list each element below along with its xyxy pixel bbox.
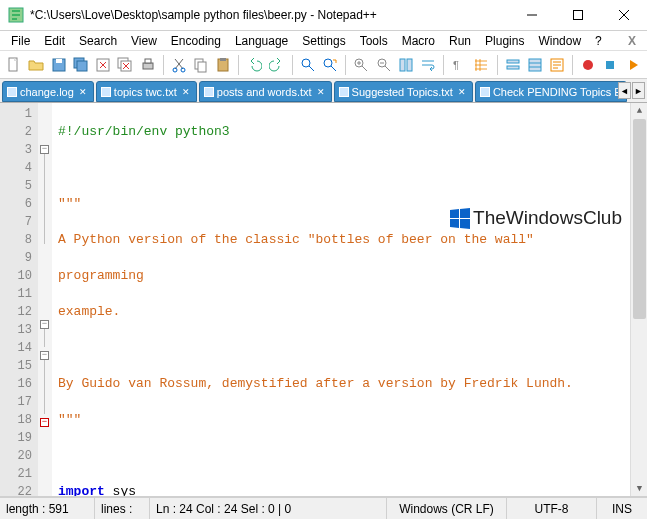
svg-point-29: [583, 60, 593, 70]
close-tab-icon[interactable]: ✕: [77, 86, 89, 98]
menu-x-icon[interactable]: X: [621, 33, 643, 49]
svg-point-19: [324, 59, 332, 67]
menu-edit[interactable]: Edit: [37, 33, 72, 49]
status-insert-mode: INS: [597, 498, 647, 519]
svg-rect-10: [143, 63, 153, 69]
fold-toggle-icon[interactable]: −: [40, 351, 49, 360]
tab-posts-words[interactable]: posts and words.txt ✕: [199, 81, 332, 102]
status-cursor: Ln : 24 Col : 24 Sel : 0 | 0: [150, 498, 387, 519]
separator: [443, 55, 444, 75]
print-icon[interactable]: [138, 54, 158, 76]
tab-scroll: ◄ ►: [618, 82, 645, 99]
find-icon[interactable]: [298, 54, 318, 76]
window-title: *C:\Users\Love\Desktop\sample python fil…: [30, 8, 509, 22]
close-button[interactable]: [601, 0, 647, 31]
play-macro-icon[interactable]: [623, 54, 643, 76]
close-all-icon[interactable]: [115, 54, 135, 76]
open-file-icon[interactable]: [26, 54, 46, 76]
close-tab-icon[interactable]: ✕: [456, 86, 468, 98]
tab-label: topics twc.txt: [114, 86, 177, 98]
minimize-button[interactable]: [509, 0, 555, 31]
close-file-icon[interactable]: [93, 54, 113, 76]
menu-encoding[interactable]: Encoding: [164, 33, 228, 49]
stop-macro-icon[interactable]: [600, 54, 620, 76]
svg-rect-1: [574, 11, 583, 20]
fold-toggle-icon[interactable]: −: [40, 320, 49, 329]
svg-text:¶: ¶: [453, 59, 459, 71]
tab-suggested[interactable]: Suggested Topics.txt ✕: [334, 81, 473, 102]
file-icon: [101, 87, 111, 97]
tab-scroll-left-icon[interactable]: ◄: [618, 82, 631, 99]
statusbar: length : 591 lines : Ln : 24 Col : 24 Se…: [0, 497, 647, 519]
svg-point-18: [302, 59, 310, 67]
scroll-up-icon[interactable]: ▲: [631, 103, 647, 118]
menu-file[interactable]: File: [4, 33, 37, 49]
menu-window[interactable]: Window: [531, 33, 588, 49]
tab-changelog[interactable]: change.log ✕: [2, 81, 94, 102]
maximize-button[interactable]: [555, 0, 601, 31]
menu-language[interactable]: Language: [228, 33, 295, 49]
wrap-icon[interactable]: [418, 54, 438, 76]
unfold-icon[interactable]: [525, 54, 545, 76]
save-icon[interactable]: [49, 54, 69, 76]
cut-icon[interactable]: [169, 54, 189, 76]
save-all-icon[interactable]: [71, 54, 91, 76]
toolbar: ¶: [0, 51, 647, 79]
file-icon: [480, 87, 490, 97]
fold-gutter: − − − −: [38, 103, 52, 496]
menu-help[interactable]: ?: [588, 33, 609, 49]
scrollbar-thumb[interactable]: [633, 119, 646, 319]
replace-icon[interactable]: [320, 54, 340, 76]
zoom-in-icon[interactable]: [351, 54, 371, 76]
status-eol: Windows (CR LF): [387, 498, 507, 519]
copy-icon[interactable]: [191, 54, 211, 76]
tab-topics-twc[interactable]: topics twc.txt ✕: [96, 81, 197, 102]
status-lines: lines :: [95, 498, 150, 519]
fold-toggle-icon[interactable]: −: [40, 145, 49, 154]
fold-toggle-icon[interactable]: −: [40, 418, 49, 427]
svg-rect-22: [400, 59, 405, 71]
close-tab-icon[interactable]: ✕: [180, 86, 192, 98]
code-editor[interactable]: 12345678910111213141516171819202122 − − …: [0, 103, 647, 497]
titlebar: *C:\Users\Love\Desktop\sample python fil…: [0, 0, 647, 31]
scroll-down-icon[interactable]: ▼: [631, 481, 647, 496]
tab-label: change.log: [20, 86, 74, 98]
menubar: File Edit Search View Encoding Language …: [0, 31, 647, 51]
indent-guide-icon[interactable]: [471, 54, 491, 76]
menu-search[interactable]: Search: [72, 33, 124, 49]
file-icon: [339, 87, 349, 97]
svg-rect-27: [529, 59, 541, 71]
menu-run[interactable]: Run: [442, 33, 478, 49]
code-content[interactable]: #!/usr/bin/env python3 """ A Python vers…: [52, 103, 630, 496]
svg-rect-17: [220, 58, 226, 61]
tabbar: change.log ✕ topics twc.txt ✕ posts and …: [0, 79, 647, 103]
record-macro-icon[interactable]: [578, 54, 598, 76]
new-file-icon[interactable]: [4, 54, 24, 76]
menu-macro[interactable]: Macro: [395, 33, 442, 49]
separator: [345, 55, 346, 75]
separator: [497, 55, 498, 75]
fold-icon[interactable]: [502, 54, 522, 76]
paste-icon[interactable]: [213, 54, 233, 76]
svg-rect-15: [198, 62, 206, 72]
window-controls: [509, 0, 647, 31]
menu-settings[interactable]: Settings: [295, 33, 352, 49]
redo-icon[interactable]: [267, 54, 287, 76]
tab-scroll-right-icon[interactable]: ►: [632, 82, 645, 99]
status-encoding: UTF-8: [507, 498, 597, 519]
undo-icon[interactable]: [244, 54, 264, 76]
tab-pending[interactable]: Check PENDING Topics E: [475, 81, 627, 102]
doc-map-icon[interactable]: [547, 54, 567, 76]
close-tab-icon[interactable]: ✕: [315, 86, 327, 98]
tab-label: Check PENDING Topics E: [493, 86, 622, 98]
zoom-out-icon[interactable]: [373, 54, 393, 76]
vertical-scrollbar[interactable]: ▲ ▼: [630, 103, 647, 496]
menu-tools[interactable]: Tools: [353, 33, 395, 49]
file-icon: [204, 87, 214, 97]
menu-view[interactable]: View: [124, 33, 164, 49]
svg-rect-23: [407, 59, 412, 71]
menu-plugins[interactable]: Plugins: [478, 33, 531, 49]
svg-rect-4: [56, 59, 62, 63]
show-all-chars-icon[interactable]: ¶: [449, 54, 469, 76]
sync-scroll-icon[interactable]: [396, 54, 416, 76]
